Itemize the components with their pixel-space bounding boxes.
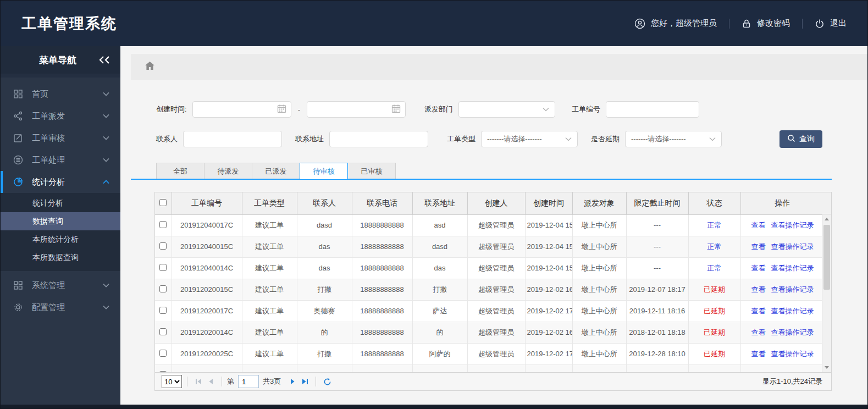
cell-deadline: --- — [626, 257, 688, 279]
sidebar-item-config[interactable]: 配置管理 — [1, 296, 120, 318]
row-checkbox[interactable] — [159, 328, 167, 335]
status-cell: 已延期 — [688, 279, 740, 300]
sidebar-item-process[interactable]: 工单处理 — [1, 149, 120, 171]
cell-contact: 奥德赛 — [297, 300, 352, 322]
sidebar-item-home[interactable]: 首页 — [1, 83, 120, 105]
chevron-down-icon — [543, 107, 549, 112]
tab-pending-dispatch[interactable]: 待派发 — [204, 163, 252, 180]
view-log-link[interactable]: 查看操作记录 — [771, 307, 814, 315]
view-log-link[interactable]: 查看操作记录 — [771, 264, 814, 272]
tab-dispatched[interactable]: 已派发 — [252, 163, 300, 180]
view-link[interactable]: 查看 — [751, 350, 766, 358]
change-password-button[interactable]: 修改密码 — [742, 18, 790, 29]
tab-all[interactable]: 全部 — [156, 163, 204, 180]
create-time-end-input[interactable] — [307, 101, 406, 118]
cell-created — [525, 364, 572, 372]
submenu-item-data-query[interactable]: 数据查询 — [1, 212, 120, 230]
sidebar-item-statistics[interactable]: 统计分析 — [1, 171, 120, 193]
is-delayed-select[interactable]: -------请选择------- — [625, 131, 722, 147]
page-number-input[interactable] — [238, 375, 259, 388]
chevron-down-icon — [103, 114, 109, 118]
cell-contact: 的 — [297, 322, 352, 343]
cell-target: 墩上中心所 — [572, 257, 626, 279]
sidebar-item-system[interactable]: 系统管理 — [1, 274, 120, 296]
view-log-link[interactable]: 查看操作记录 — [771, 242, 814, 251]
view-link[interactable]: 查看 — [751, 264, 766, 272]
row-checkbox[interactable] — [159, 264, 167, 271]
contact-address-input[interactable] — [329, 131, 428, 147]
view-link[interactable]: 查看 — [751, 307, 766, 315]
order-type-select[interactable]: -------请选择------- — [481, 131, 578, 147]
collapse-sidebar-icon[interactable] — [98, 56, 110, 64]
status-cell: 正常 — [688, 257, 740, 279]
submenu-item-local-data-query[interactable]: 本所数据查询 — [1, 248, 120, 267]
cell-order-type: 建议工单 — [242, 214, 297, 236]
view-link[interactable]: 查看 — [751, 285, 766, 294]
tab-reviewed[interactable]: 已审核 — [347, 163, 396, 180]
home-icon[interactable] — [144, 60, 156, 74]
row-checkbox[interactable] — [159, 285, 167, 292]
cell-deadline: 2019-12-11 18:16 — [626, 300, 688, 322]
user-greeting[interactable]: 您好，超级管理员 — [634, 18, 717, 29]
cell-created: 2019-12-02 16 — [525, 279, 572, 300]
chevron-down-icon — [103, 136, 109, 140]
lock-icon — [742, 19, 751, 29]
actions-cell: 查看查看操作记录 — [740, 236, 825, 257]
row-checkbox[interactable] — [159, 221, 167, 228]
next-page-button[interactable] — [286, 375, 298, 388]
scroll-down-arrow[interactable] — [822, 363, 831, 372]
chevron-down-icon — [103, 158, 109, 162]
sidebar-item-dispatch[interactable]: 工单派发 — [1, 105, 120, 127]
last-page-button[interactable] — [298, 375, 311, 388]
cell-order-type: 建议工单 — [242, 236, 297, 257]
dispatch-dept-select[interactable] — [458, 101, 555, 118]
vertical-scrollbar[interactable] — [822, 214, 831, 372]
cell-deadline: --- — [626, 236, 688, 257]
create-time-start-input[interactable] — [192, 101, 291, 118]
view-link[interactable]: 查看 — [751, 328, 766, 336]
search-icon — [787, 134, 795, 144]
first-page-button[interactable] — [192, 375, 204, 388]
select-all-checkbox[interactable] — [159, 199, 167, 206]
view-link[interactable]: 查看 — [751, 242, 766, 251]
row-checkbox[interactable] — [159, 350, 167, 357]
row-checkbox[interactable] — [159, 307, 167, 314]
pie-chart-icon — [13, 177, 24, 187]
scroll-up-arrow[interactable] — [822, 214, 831, 224]
tab-pending-review[interactable]: 待审核 — [300, 163, 348, 180]
actions-cell: 查看查看操作记录 — [740, 279, 825, 300]
cell-created: 2019-12-04 15 — [525, 257, 572, 279]
cell-created: 2019-12-02 17 — [525, 343, 572, 364]
view-link[interactable]: 查看 — [751, 221, 766, 229]
calendar-icon[interactable] — [391, 104, 401, 115]
row-checkbox[interactable] — [159, 371, 167, 373]
refresh-icon[interactable] — [321, 375, 333, 388]
logout-button[interactable]: 退出 — [815, 18, 847, 29]
layers-icon — [13, 155, 24, 165]
calendar-icon[interactable] — [277, 104, 286, 115]
view-log-link[interactable]: 查看操作记录 — [771, 285, 814, 294]
view-log-link[interactable]: 查看操作记录 — [771, 328, 814, 336]
submenu-item-statistics-analysis[interactable]: 统计分析 — [1, 194, 120, 212]
cell-target: 墩上中心所 — [572, 343, 626, 364]
cell-order-no: 201912020017C — [172, 300, 242, 322]
cell-contact: das — [297, 257, 352, 279]
cell-target — [572, 364, 626, 372]
cell-created: 2019-12-04 15 — [525, 236, 572, 257]
scrollbar-thumb[interactable] — [823, 225, 830, 290]
row-checkbox[interactable] — [159, 242, 167, 250]
search-button[interactable]: 查询 — [779, 130, 822, 148]
prev-page-button[interactable] — [204, 375, 217, 388]
row-select-cell — [155, 364, 172, 372]
order-no-input[interactable] — [606, 101, 699, 118]
cell-deadline: 2019-12-28 18:10 — [626, 343, 688, 364]
cell-address: asd — [412, 214, 467, 236]
submenu-item-local-statistics[interactable]: 本所统计分析 — [1, 230, 120, 248]
sidebar-item-review[interactable]: 工单审核 — [1, 127, 120, 149]
view-log-link[interactable]: 查看操作记录 — [771, 221, 814, 229]
col-order-type: 工单类型 — [242, 192, 297, 214]
view-log-link[interactable]: 查看操作记录 — [771, 350, 814, 358]
contact-input[interactable] — [183, 131, 282, 147]
page-size-select[interactable]: 10 — [162, 375, 182, 388]
row-select-cell — [155, 322, 172, 343]
